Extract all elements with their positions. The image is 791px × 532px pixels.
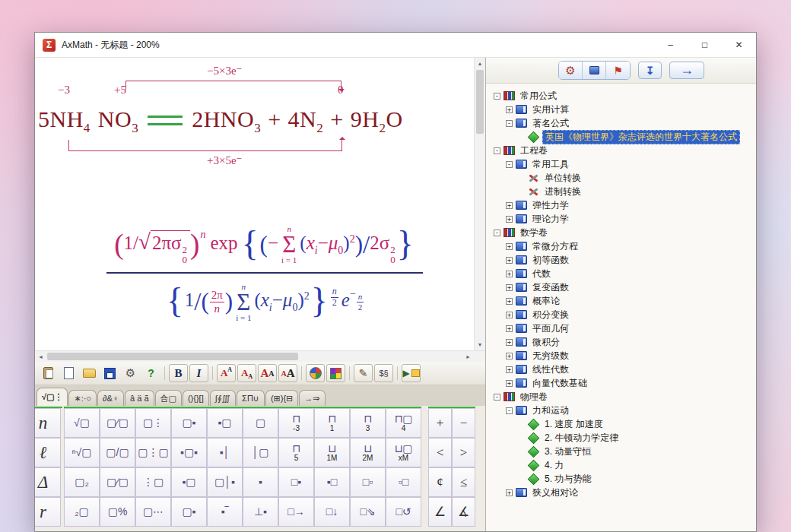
palette-color-button[interactable] [326,364,345,382]
tree-item[interactable]: + 初等函数 [494,253,754,267]
new-button[interactable] [59,364,78,382]
color-button[interactable] [306,364,325,382]
tab-bigops[interactable]: ΣΠ∪ [237,390,265,406]
matrix-cell-template[interactable]: □▫ [350,467,386,497]
matrix-expand-down-template[interactable]: □↓ [314,497,350,527]
font-decrease-button[interactable]: AA [278,364,297,382]
expander-icon[interactable]: + [506,257,513,264]
anchor-button[interactable]: ↧ [638,62,662,79]
horizontal-scroll-thumb[interactable] [47,353,298,360]
tree-item[interactable]: + 理论力学 [494,212,754,226]
expander-icon[interactable]: - [506,161,513,168]
matrix-cell-template[interactable]: □▪ [278,467,314,497]
bar-right-template[interactable]: │▢ [243,438,278,467]
symbol-cell[interactable]: n [35,408,61,438]
expander-icon[interactable]: + [506,489,513,496]
matrix-rotate-template[interactable]: □↺ [386,497,421,527]
bold-button[interactable]: B [169,364,188,382]
matrix-cell-template[interactable]: ▪□ [314,467,350,497]
overbracket-template[interactable]: ⊓5 [278,438,314,467]
tree-item[interactable]: - 常用工具 [494,157,754,171]
subscript-button[interactable]: AA [237,364,256,382]
save-button[interactable] [100,364,119,382]
tree-item[interactable]: 4. 力 [494,458,754,472]
tree-item[interactable]: 3. 动量守恒 [494,445,754,458]
expander-icon[interactable]: + [506,380,513,387]
expander-icon[interactable]: + [506,366,513,373]
hstack-template[interactable]: ▢⋯ [135,497,171,527]
tab-templates[interactable]: √▢⋮ [37,388,68,406]
tree-item[interactable]: + 平面几何 [494,321,754,335]
expander-icon[interactable]: - [494,394,500,401]
presub-inline-template[interactable]: ₂▢ [64,497,100,527]
tree-item[interactable]: + 概率论 [494,294,754,308]
presuper-template[interactable]: ▪▢ [171,467,207,497]
nthroot-template[interactable]: ⁿ√▢ [64,438,100,467]
box-template[interactable]: ▢ [243,408,278,438]
tree-item[interactable]: + 实用计算 [494,103,754,116]
operator-cell[interactable]: ∠ [428,497,452,527]
under-template[interactable]: ⊥▪ [243,497,278,527]
equation-canvas[interactable]: −5×3e⁻ −3 +5 0 5NH4NO32HNO3+4N2+9H2O +3×… [35,58,474,350]
bar-left-template[interactable]: ▪│ [207,438,243,467]
tree-item[interactable]: + 向量代数基础 [494,376,754,390]
operator-cell[interactable]: < [428,438,452,467]
tab-matrices[interactable]: (⊞){⊟ [265,390,298,406]
tree-item[interactable]: - 常用公式 [494,89,754,103]
sqrt-template[interactable]: √▢ [64,408,100,438]
tab-dots[interactable]: ∗:·○ [68,390,97,406]
expander-icon[interactable]: - [494,230,500,236]
vertical-scroll-thumb[interactable] [476,70,484,134]
expander-icon[interactable]: - [494,147,500,154]
format-brush-button[interactable]: ✎ [354,364,373,382]
show-markers-button[interactable]: $§ [374,364,393,382]
superscript-button[interactable]: AA [217,364,236,382]
expander-icon[interactable]: + [506,106,513,113]
tree-item[interactable]: + 微积分 [494,335,754,349]
expander-icon[interactable]: + [506,271,513,277]
sub-inline-template[interactable]: ▢₂ [64,467,100,497]
tree-item[interactable]: - 工程卷 [494,144,754,157]
tab-integrals[interactable]: ∫∮∭ [210,390,236,406]
symbol-cell[interactable]: Δ [35,467,61,497]
tree-item[interactable]: + 积分变换 [494,308,754,321]
matrix-cell-template[interactable]: ▫□ [386,467,421,497]
tree-item[interactable]: 英国《物理世界》杂志评选的世界十大著名公式 [494,130,754,144]
insert-play-button[interactable]: ▶ [402,364,421,382]
open-button[interactable] [80,364,99,382]
operator-cell[interactable]: ¢ [428,467,452,497]
postsub-template[interactable]: ▢▪ [171,497,207,527]
close-button[interactable]: ✕ [722,33,756,57]
bevel-fraction-template[interactable]: ▢∕▢ [100,467,135,497]
underbracket-box-template[interactable]: ⊔▢xM [386,438,421,467]
tree-item[interactable]: + 代数 [494,267,754,280]
insert-formula-button[interactable]: → [669,62,704,79]
tree-item[interactable]: - 著名公式 [494,116,754,130]
save-library-button[interactable] [583,62,606,79]
matrix-expand-diag-template[interactable]: □⇘ [350,497,386,527]
scroll-up-icon[interactable]: ▲ [475,58,485,69]
tree-item[interactable]: 5. 功与势能 [494,472,754,486]
fraction-template[interactable]: ▢⁄▢ [100,408,135,438]
symbol-cell[interactable]: r [35,497,61,527]
stack-left-template[interactable]: ⋮▢ [135,467,171,497]
paste-button[interactable] [39,364,58,382]
tree-item[interactable]: + 狭义相对论 [494,486,754,499]
tab-accents[interactable]: â ä ã [125,390,154,406]
overbracket-template[interactable]: ⊓-3 [278,408,314,438]
tree-item[interactable]: 1. 速度 加速度 [494,417,754,431]
settings-button[interactable]: ⚙ [121,364,140,382]
expander-icon[interactable]: + [506,284,513,291]
multi-stack-template[interactable]: ▢⋮▢ [135,438,171,467]
expander-icon[interactable]: + [506,298,513,305]
percent-template[interactable]: ▢% [100,497,135,527]
expander-icon[interactable]: + [506,353,513,359]
mixed-bar-template[interactable]: ▢│▪ [207,467,243,497]
tree-item[interactable]: 单位转换 [494,171,754,185]
help-button[interactable]: ? [141,364,160,382]
font-increase-button[interactable]: AA [258,364,277,382]
overbracket-template[interactable]: ⊓3 [350,408,386,438]
expander-icon[interactable]: + [506,325,513,332]
overbar-template[interactable]: ▪‾ [207,497,243,527]
small-box-template[interactable]: ▪ [243,467,278,497]
